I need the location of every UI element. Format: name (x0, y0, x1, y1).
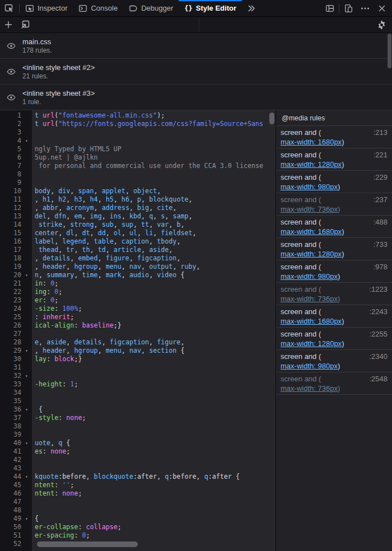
fold-gutter (21, 531, 32, 540)
fold-gutter (21, 279, 32, 288)
media-condition-link[interactable]: max-width: 980px (281, 362, 338, 370)
media-rule-item[interactable]: screen and (:2243max-width: 1680px) (276, 305, 392, 328)
fold-arrow-icon[interactable]: ▾ (21, 347, 32, 355)
code-text: for personal and commercial use under th… (32, 162, 276, 170)
add-icon (4, 20, 13, 29)
code-line: 65up.net | @ajlkn (0, 153, 276, 162)
media-condition-link[interactable]: max-width: 980px (281, 183, 338, 191)
media-condition-link[interactable]: max-width: 736px (281, 205, 338, 213)
code-text (32, 330, 276, 338)
fold-arrow-icon[interactable]: ▾ (21, 372, 32, 380)
line-number: 46 (0, 489, 21, 498)
visibility-toggle[interactable] (7, 41, 16, 50)
tab-style-editor[interactable]: {} Style Editor (179, 0, 242, 16)
element-picker-button[interactable] (0, 0, 19, 16)
media-condition-prefix: screen and ( (281, 263, 321, 272)
media-condition-close-paren: ) (342, 250, 344, 258)
code-text: t url("https://fonts.googleapis.com/css?… (32, 120, 276, 128)
stylesheet-item[interactable]: <inline style sheet #2>21 rules. (0, 59, 392, 85)
double-chevron-right-icon (246, 3, 256, 13)
visibility-toggle[interactable] (7, 93, 16, 102)
code-line: 2t url("https://fonts.googleapis.com/css… (0, 120, 276, 128)
media-rule-item[interactable]: screen and (:488max-width: 1680px) (276, 216, 392, 238)
media-rule-item[interactable]: screen and (:221max-width: 1280px) (276, 148, 392, 171)
stylesheet-item[interactable]: main.css178 rules. (0, 33, 392, 59)
fold-gutter (21, 498, 32, 506)
code-text: ntent: none; (32, 489, 276, 498)
code-text: { (32, 515, 276, 523)
fold-gutter (21, 212, 32, 221)
media-rule-item[interactable]: screen and (:2340max-width: 980px) (276, 350, 392, 372)
css-source-editor[interactable]: 1t url("fontawesome-all.min.css");2t url… (0, 110, 276, 551)
media-rule-item[interactable]: screen and (:2255max-width: 1280px) (276, 328, 392, 350)
import-icon (20, 19, 31, 30)
media-condition-link[interactable]: max-width: 1680px (281, 138, 342, 146)
line-number: 30 (0, 355, 21, 363)
media-condition-link[interactable]: max-width: 1280px (281, 160, 342, 169)
code-text: er: 0; (32, 296, 276, 305)
new-stylesheet-button[interactable] (0, 17, 17, 32)
fold-arrow-icon[interactable]: ▾ (21, 515, 32, 523)
media-condition-link[interactable]: max-width: 980px (281, 272, 338, 281)
line-number: 23 (0, 296, 21, 305)
tab-console[interactable]: Console (73, 0, 123, 16)
code-text: er-collapse: collapse; (32, 523, 276, 531)
responsive-design-button[interactable] (340, 2, 356, 15)
media-rule-item[interactable]: screen and (:237max-width: 736px) (276, 193, 392, 216)
dock-button[interactable] (322, 2, 338, 15)
media-rule-item[interactable]: screen and (:2548max-width: 736px) (276, 372, 392, 395)
media-condition-link[interactable]: max-width: 1680px (281, 317, 342, 325)
fold-gutter (21, 506, 32, 515)
stylesheet-item[interactable]: <inline style sheet #3>1 rule. (0, 85, 392, 110)
code-line: 32▾ (0, 372, 276, 380)
code-text: ngly Typed by HTML5 UP (32, 145, 276, 153)
media-condition-link[interactable]: max-width: 1680px (281, 227, 342, 236)
fold-gutter (21, 380, 32, 389)
code-text: : inherit; (32, 313, 276, 321)
meatball-menu-button[interactable] (357, 2, 373, 15)
media-condition-close-paren: ) (342, 227, 344, 236)
code-text (32, 179, 276, 187)
media-rule-item[interactable]: screen and (:733max-width: 1280px) (276, 238, 392, 260)
fold-gutter (21, 128, 32, 137)
media-condition-link[interactable]: max-width: 736px (281, 295, 338, 303)
import-stylesheet-button[interactable] (17, 17, 34, 32)
media-condition-link[interactable]: max-width: 1280px (281, 250, 342, 258)
media-rule-item[interactable]: screen and (:1223max-width: 736px) (276, 283, 392, 305)
media-condition-prefix: screen and ( (281, 285, 321, 294)
media-rule-item[interactable]: screen and (:978max-width: 980px) (276, 260, 392, 283)
fold-arrow-icon[interactable]: ▾ (21, 473, 32, 481)
media-rule-item[interactable]: screen and (:229max-width: 980px) (276, 171, 392, 193)
line-number: 34 (0, 389, 21, 397)
fold-gutter (21, 414, 32, 422)
fold-gutter (21, 330, 32, 338)
tab-overflow-button[interactable] (242, 0, 261, 16)
line-number: 14 (0, 221, 21, 229)
tab-inspector[interactable]: Inspector (20, 0, 73, 16)
fold-gutter (21, 456, 32, 464)
editor-vertical-scrollbar-thumb[interactable] (269, 113, 274, 124)
settings-button[interactable] (373, 17, 390, 32)
fold-gutter (21, 170, 32, 179)
close-devtools-button[interactable] (374, 2, 390, 15)
line-number: 33 (0, 380, 21, 389)
editor-horizontal-scrollbar-thumb[interactable] (37, 541, 138, 547)
fold-arrow-icon[interactable]: ▾ (21, 405, 32, 414)
stylesheet-list-scrollbar-thumb[interactable] (388, 34, 391, 68)
code-line: 21in: 0; (0, 279, 276, 288)
line-number: 36 (0, 405, 21, 414)
media-rule-item[interactable]: screen and (:213max-width: 1680px) (276, 126, 392, 148)
style-editor-main: 1t url("fontawesome-all.min.css");2t url… (0, 110, 392, 551)
code-line: 25: inherit; (0, 313, 276, 321)
tab-debugger[interactable]: Debugger (123, 0, 179, 16)
code-text (32, 170, 276, 179)
visibility-toggle[interactable] (7, 67, 16, 76)
code-line: 43 (0, 464, 276, 473)
media-rule-line-number: :2243 (369, 307, 388, 316)
fold-arrow-icon[interactable]: ▾ (21, 439, 32, 447)
style-editor-toolbar (0, 17, 392, 33)
media-condition-link[interactable]: max-width: 736px (281, 384, 338, 393)
media-condition-link[interactable]: max-width: 1280px (281, 339, 342, 348)
fold-arrow-icon[interactable]: ▾ (21, 271, 32, 279)
fold-arrow-icon[interactable]: ▾ (21, 137, 32, 145)
